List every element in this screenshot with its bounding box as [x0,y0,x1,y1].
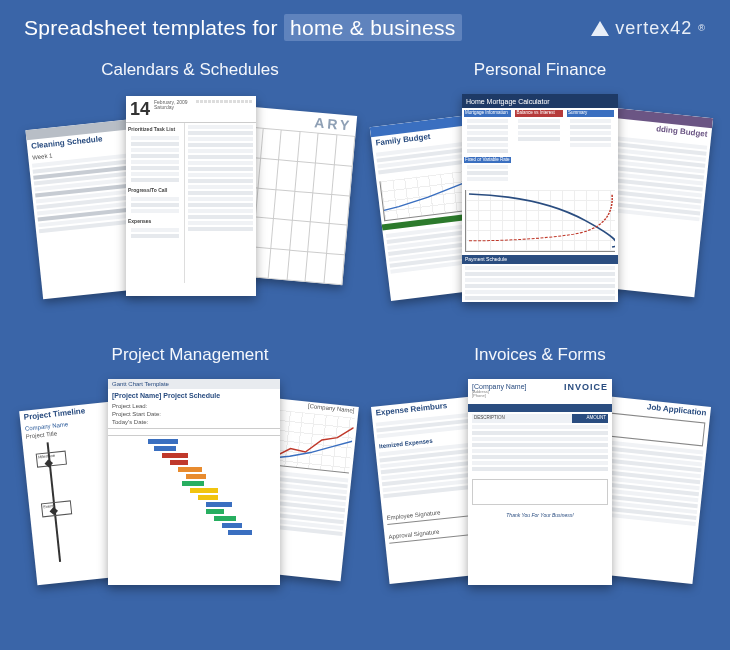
calendar-stack: Cleaning Schedule Week 1 ARY 14 [30,90,350,310]
category-finance: Personal Finance Family Budget dding Bud… [370,60,710,325]
project-start-label: Project Start Date: [108,410,280,418]
template-grid: Calendars & Schedules Cleaning Schedule … [0,50,730,630]
invoice-word: INVOICE [564,383,608,398]
invoice-stack: Expense Reimburs Itemized Expenses Emplo… [380,375,700,595]
finance-stack: Family Budget dding Budget Home Mortgage… [380,90,700,310]
gantt-bars [108,438,280,535]
category-calendars: Calendars & Schedules Cleaning Schedule … [20,60,360,325]
category-title: Project Management [112,345,269,365]
gantt-chart-sheet: Gantt Chart Template [Project Name] Proj… [108,379,280,585]
payment-schedule-label: Payment Schedule [462,255,618,264]
invoice-sheet: [Company Name] [Address][Phone] INVOICE … [468,379,612,585]
mortgage-calculator-sheet: Home Mortgage Calculator Mortgage Inform… [462,94,618,302]
category-title: Calendars & Schedules [101,60,279,80]
logo-triangle-icon [591,21,609,36]
project-lead-label: Project Lead: [108,402,280,410]
category-project: Project Management Project Timeline Comp… [20,345,360,610]
vertex42-logo: vertex42® [591,18,706,39]
day-name: Saturday [154,105,188,110]
headline-highlight: home & business [284,14,462,41]
category-title: Personal Finance [474,60,606,80]
sheet-title: Gantt Chart Template [108,379,280,389]
header: Spreadsheet templates for home & busines… [0,0,730,50]
project-schedule-title: [Project Name] Project Schedule [108,389,280,402]
sheet-title: Home Mortgage Calculator [462,98,550,105]
day-number: 14 [130,100,154,118]
logo-text: vertex42 [615,18,692,39]
project-stack: Project Timeline Company Name Project Ti… [30,375,350,595]
thank-you-text: Thank You For Your Business! [468,509,612,518]
category-title: Invoices & Forms [474,345,605,365]
today-label: Today's Date: [108,418,280,426]
mortgage-curve-chart [465,190,615,252]
progress-label: Progress/To Call [128,186,182,195]
task-list-label: Prioritized Task List [128,125,182,134]
category-invoices: Invoices & Forms Expense Reimburs Itemiz… [370,345,710,610]
headline-pre: Spreadsheet templates for [24,16,278,39]
expenses-label: Expenses [128,217,182,226]
daily-planner-sheet: 14 February, 2009 Saturday Prioritized T… [126,96,256,296]
headline: Spreadsheet templates for home & busines… [24,16,462,40]
